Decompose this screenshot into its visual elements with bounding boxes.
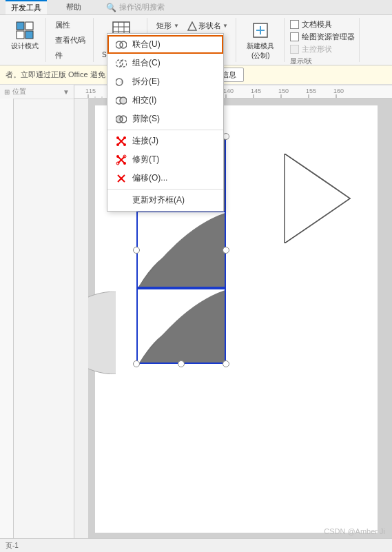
docstencil-label: 文档模具 — [302, 19, 332, 30]
shape-cell-middle[interactable] — [136, 212, 226, 288]
master-shape-checkbox[interactable] — [290, 45, 299, 54]
shape-middle-svg — [138, 212, 226, 288]
svg-point-60 — [116, 143, 119, 146]
handle-br[interactable] — [223, 360, 229, 367]
separator-2 — [107, 189, 223, 190]
rect-dropdown[interactable]: 矩形 ▼ — [153, 19, 183, 32]
design-mode-btn[interactable]: 设计模式 — [8, 19, 41, 52]
union-icon — [116, 39, 127, 50]
shapename-dropdown[interactable]: 形状名 ▼ — [184, 19, 231, 32]
subtract-label: 剪除(S) — [132, 113, 160, 125]
drawing-explorer-label: 绘图资源管理器 — [302, 32, 355, 42]
ribbon-group-stencil: 新建模具(公制) 新建模具(美制单位) 模具 — [238, 18, 285, 62]
subtract-icon — [116, 114, 127, 125]
design-mode-label: 设计模式 — [11, 41, 39, 51]
shape-cell-bottom[interactable] — [136, 288, 226, 364]
docstencil-checkbox[interactable] — [290, 20, 299, 29]
handle-bc[interactable] — [178, 360, 185, 367]
menu-item-fragment[interactable]: 拆分(E) — [107, 72, 223, 91]
svg-rect-3 — [25, 31, 33, 39]
menu-item-trim[interactable]: 修剪(T) — [107, 150, 223, 169]
ribbon-group-display-opts: 文档模具 绘图资源管理器 主控形状 显示/状 — [286, 18, 360, 62]
tab-help[interactable]: 帮助 — [61, 1, 87, 14]
svg-point-53 — [120, 97, 127, 104]
svg-point-67 — [123, 162, 126, 165]
position-caret[interactable]: ▼ — [63, 88, 70, 96]
svg-text:145: 145 — [251, 88, 261, 94]
rect-caret: ▼ — [174, 23, 179, 29]
svg-text:140: 140 — [223, 88, 234, 94]
menu-item-intersect[interactable]: 相交(I) — [107, 91, 223, 110]
svg-text:115: 115 — [85, 88, 96, 94]
shapename-caret: ▼ — [223, 23, 228, 29]
intersect-icon — [116, 95, 127, 106]
intersect-label: 相交(I) — [132, 94, 156, 106]
fragment-icon — [116, 76, 127, 88]
watermark: CSDN @Amber Ji — [324, 527, 385, 535]
svg-point-61 — [123, 143, 126, 146]
fragment-label: 拆分(E) — [132, 76, 160, 88]
new-stencil-metric-btn[interactable]: 新建模具(公制) — [244, 19, 277, 62]
join-label: 连接(J) — [132, 135, 158, 147]
right-shape-group[interactable] — [281, 154, 357, 243]
svg-text:155: 155 — [306, 88, 316, 94]
docstencil-check[interactable]: 文档模具 — [290, 19, 332, 30]
master-shape-check[interactable]: 主控形状 — [290, 44, 332, 54]
drawing-explorer-checkbox[interactable] — [290, 32, 299, 41]
new-stencil-metric-icon — [250, 21, 271, 40]
drawing-explorer-check[interactable]: 绘图资源管理器 — [290, 32, 355, 42]
ribbon-group-props: 属性 查看代码 件 — [48, 18, 94, 62]
view-code-btn[interactable]: 查看代码 — [52, 34, 89, 47]
svg-point-47 — [120, 41, 127, 48]
status-bar: 页-1 — [0, 538, 392, 552]
left-panel: ⊞ 位置 ▼ — [0, 85, 74, 538]
svg-rect-1 — [25, 22, 33, 30]
handle-ml[interactable] — [133, 247, 140, 254]
tab-bar: 开发工具 帮助 🔍 操作说明搜索 — [0, 0, 392, 15]
handle-bl[interactable] — [133, 360, 140, 367]
shape-row1: 矩形 ▼ 形状名 ▼ — [153, 19, 231, 32]
properties-btn[interactable]: 属性 — [52, 19, 74, 32]
status-page: 页-1 — [6, 541, 19, 551]
shapename-label: 形状名 — [198, 21, 221, 31]
left-partial-shape — [88, 292, 116, 374]
trim-label: 修剪(T) — [132, 154, 159, 165]
panel-header: ⊞ 位置 ▼ — [0, 85, 74, 99]
menu-item-subtract[interactable]: 剪除(S) — [107, 110, 223, 128]
menu-item-combine[interactable]: 组合(C) — [107, 54, 223, 72]
component-btn[interactable]: 件 — [52, 49, 66, 62]
union-label: 联合(U) — [132, 39, 161, 50]
rect-label: 矩形 — [156, 21, 172, 31]
right-shape-svg — [281, 154, 357, 243]
tab-devtools[interactable]: 开发工具 — [6, 0, 47, 14]
offset-label: 偏移(O)... — [132, 172, 167, 184]
svg-point-59 — [123, 136, 126, 139]
trim-icon — [116, 154, 127, 165]
vrule-svg — [0, 99, 14, 538]
svg-point-58 — [116, 136, 119, 139]
ops-dropdown-menu: 联合(U) 组合(C) 拆分(E) 相交(I) — [107, 33, 224, 212]
tab-search[interactable]: 操作说明搜索 — [119, 2, 165, 12]
svg-text:150: 150 — [278, 88, 289, 94]
new-stencil-metric-label: 新建模具(公制) — [247, 41, 274, 61]
svg-point-64 — [116, 155, 119, 158]
separator-1 — [107, 130, 223, 130]
shape-bottom-svg — [138, 289, 226, 364]
menu-item-offset[interactable]: 偏移(O)... — [107, 169, 223, 187]
ribbon-group-design: 设计模式 — [4, 18, 46, 62]
search-icon: 🔍 — [106, 3, 116, 12]
position-icon: ⊞ — [4, 88, 10, 96]
join-icon — [116, 136, 127, 147]
menu-item-union[interactable]: 联合(U) — [107, 35, 223, 54]
update-icon — [116, 195, 127, 206]
menu-item-join[interactable]: 连接(J) — [107, 132, 223, 150]
combine-icon — [116, 58, 127, 69]
menu-item-update[interactable]: 更新对齐框(A) — [107, 191, 223, 209]
svg-marker-9 — [188, 22, 196, 30]
handle-mr[interactable] — [223, 247, 229, 254]
display-opts-label: 显示/状 — [290, 57, 313, 66]
notification-text: 者。立即通过正版 Office 避免 — [6, 70, 105, 80]
position-label: 位置 — [12, 87, 26, 96]
combine-label: 组合(C) — [132, 57, 161, 69]
view-code-label: 查看代码 — [55, 35, 85, 45]
